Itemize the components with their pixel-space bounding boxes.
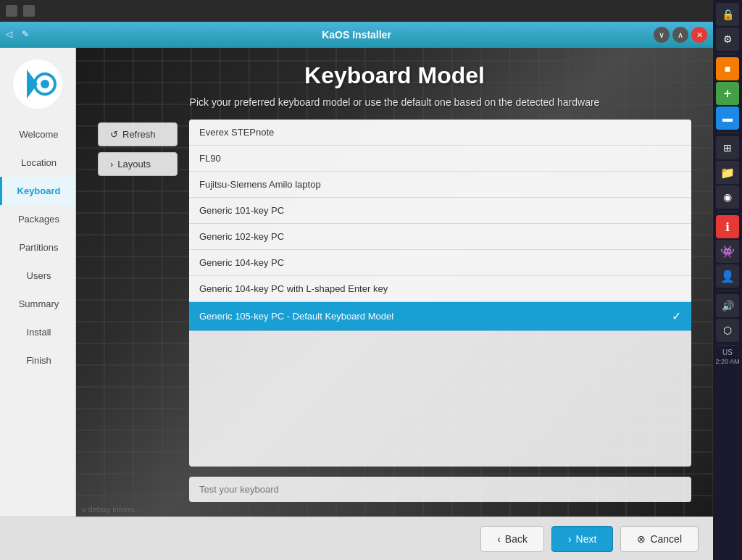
- windows-icon[interactable]: ⊞: [716, 136, 739, 159]
- close-button[interactable]: ✕: [691, 27, 707, 43]
- installer-window: ◁ ✎ KaOS Installer ∨ ∧ ✕ Welcome: [0, 22, 713, 560]
- sidebar-item-users[interactable]: Users: [0, 262, 75, 290]
- sidebar-item-finish[interactable]: Finish: [0, 346, 75, 375]
- usb-icon[interactable]: ⬡: [716, 319, 739, 342]
- panel-separator-5: [717, 345, 738, 346]
- sidebar-item-partitions[interactable]: Partitions: [0, 233, 75, 262]
- time-display: 2:20 AM: [715, 358, 739, 365]
- list-item[interactable]: Everex STEPnote ✓: [189, 120, 691, 146]
- back-chevron-icon: ‹: [497, 533, 501, 545]
- circle-app-icon[interactable]: ◉: [716, 185, 739, 209]
- keyboard-model-list: Everex STEPnote ✓ FL90 ✓ Fujitsu-Siemens…: [189, 120, 691, 467]
- right-panel: 🔒 ⚙ ■ + ▬ ⊞ 📁 ◉ ℹ 👾 👤 🔊 ⬡ US 2:20 AM: [713, 0, 742, 560]
- list-item[interactable]: FL90 ✓: [189, 146, 691, 172]
- list-item[interactable]: Generic 104-key PC ✓: [189, 250, 691, 276]
- orange-app-icon[interactable]: ■: [716, 57, 739, 80]
- sidebar-item-summary[interactable]: Summary: [0, 290, 75, 318]
- volume-icon[interactable]: 🔊: [716, 294, 739, 317]
- next-button[interactable]: › Next: [551, 526, 613, 552]
- pencil-icon: ✎: [22, 29, 33, 41]
- blue-bar-icon[interactable]: ▬: [716, 106, 739, 130]
- panel-separator-3: [717, 212, 738, 212]
- sidebar-item-install[interactable]: Install: [0, 318, 75, 346]
- panel-separator-1: [717, 54, 738, 54]
- logo: [9, 55, 67, 113]
- sidebar-item-location[interactable]: Location: [0, 149, 75, 177]
- test-keyboard-input[interactable]: [189, 477, 691, 502]
- window-titlebar: ◁ ✎ KaOS Installer ∨ ∧ ✕: [0, 22, 713, 48]
- left-buttons: ↺ Refresh › Layouts: [98, 120, 178, 502]
- list-item[interactable]: Generic 104-key PC with L-shaped Enter k…: [189, 276, 691, 302]
- list-item[interactable]: Generic 102-key PC ✓: [189, 224, 691, 250]
- list-item[interactable]: Generic 101-key PC ✓: [189, 198, 691, 224]
- ghost-icon[interactable]: 👾: [716, 240, 739, 263]
- layouts-button[interactable]: › Layouts: [98, 152, 178, 176]
- sidebar-item-welcome[interactable]: Welcome: [0, 120, 75, 149]
- panel-separator-4: [717, 291, 738, 291]
- maximize-button[interactable]: ∧: [672, 27, 688, 43]
- main-content: Keyboard Model Pick your preferred keybo…: [76, 48, 713, 517]
- window-title: KaOS Installer: [322, 29, 391, 41]
- settings-icon[interactable]: ⚙: [716, 28, 739, 51]
- sidebar-item-packages[interactable]: Packages: [0, 205, 75, 233]
- window-body: Welcome Location Keyboard Packages Parti…: [0, 48, 713, 517]
- page-subtitle: Pick your preferred keyboard model or us…: [98, 96, 691, 108]
- content-area: ↺ Refresh › Layouts Everex STEPnote: [98, 120, 691, 502]
- list-item[interactable]: Fujitsu-Siemens Amilo laptop ✓: [189, 172, 691, 198]
- top-bar-icon-2: [23, 5, 35, 17]
- cancel-button[interactable]: ⊗ Cancel: [620, 526, 699, 552]
- cancel-icon: ⊗: [637, 533, 646, 545]
- folder-icon[interactable]: 📁: [716, 161, 739, 184]
- list-item-selected[interactable]: Generic 105-key PC - Default Keyboard Mo…: [189, 302, 691, 331]
- sidebar: Welcome Location Keyboard Packages Parti…: [0, 48, 76, 517]
- content-overlay: Keyboard Model Pick your preferred keybo…: [76, 48, 713, 517]
- panel-separator-2: [717, 133, 738, 133]
- chevron-right-icon: ›: [110, 159, 113, 170]
- page-title: Keyboard Model: [98, 62, 691, 89]
- top-bar: [0, 0, 742, 22]
- window-controls: ∨ ∧ ✕: [654, 27, 707, 43]
- info-icon[interactable]: ℹ: [716, 215, 739, 238]
- users-icon[interactable]: 👤: [716, 264, 739, 288]
- refresh-icon: ↺: [110, 129, 118, 140]
- sidebar-item-keyboard[interactable]: Keyboard: [0, 177, 75, 205]
- check-icon-7: ✓: [672, 309, 681, 323]
- lock-icon[interactable]: 🔒: [716, 3, 739, 26]
- keyboard-panel: Everex STEPnote ✓ FL90 ✓ Fujitsu-Siemens…: [189, 120, 691, 502]
- back-button[interactable]: ‹ Back: [480, 526, 544, 552]
- minimize-button[interactable]: ∨: [654, 27, 670, 43]
- next-chevron-icon: ›: [568, 533, 572, 545]
- green-plus-icon[interactable]: +: [716, 82, 739, 105]
- locale-label: US: [722, 348, 733, 356]
- window-controls-left: ◁ ✎: [6, 29, 33, 41]
- top-bar-icon-1: [6, 5, 17, 17]
- svg-point-2: [41, 80, 49, 88]
- refresh-button[interactable]: ↺ Refresh: [98, 122, 178, 146]
- bottom-bar: ‹ Back › Next ⊗ Cancel: [0, 517, 713, 560]
- back-nav-icon: ◁: [6, 29, 17, 41]
